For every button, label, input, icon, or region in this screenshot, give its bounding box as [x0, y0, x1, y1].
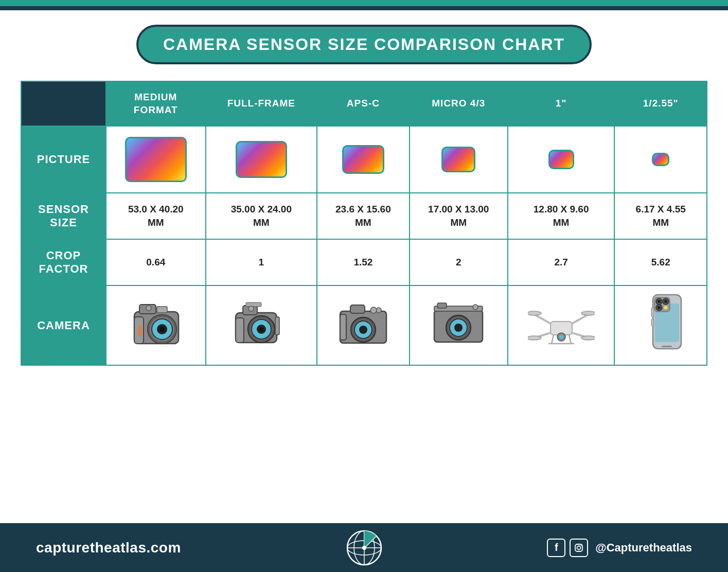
svg-rect-12 [236, 318, 244, 343]
sensor-full-img [236, 141, 287, 178]
camera-medium-cell [106, 285, 206, 365]
sensor-medium-img [125, 137, 187, 182]
main-content: MEDIUMFORMAT FULL-FRAME APS-C MICRO 4/3 … [0, 76, 728, 523]
svg-point-61 [658, 306, 661, 309]
svg-rect-21 [275, 317, 279, 335]
svg-line-51 [569, 335, 571, 344]
svg-point-75 [577, 546, 581, 549]
sensorsize-medium: 53.0 X 40.20MM [106, 193, 206, 239]
camera-small-icon-wrap [619, 290, 702, 361]
crop-small: 5.62 [614, 239, 707, 285]
svg-point-47 [581, 336, 595, 340]
svg-point-17 [259, 327, 263, 331]
drone-camera-icon [528, 300, 595, 351]
title-badge: CAMERA SENSOR SIZE COMPARISON CHART [136, 25, 592, 64]
sensor-size-row-label: SENSOR SIZE [21, 193, 106, 239]
svg-point-20 [248, 306, 254, 311]
sensorsize-apsc: 23.6 X 15.60MM [317, 193, 410, 239]
camera-one-icon-wrap [512, 290, 610, 361]
title-area: CAMERA SENSOR SIZE COMPARISON CHART [0, 10, 728, 76]
picture-micro43 [410, 126, 508, 193]
camera-row-label: CAMERA [21, 285, 106, 365]
footer: capturetheatlas.com f @Ca [0, 523, 728, 572]
camera-small-cell [614, 285, 707, 365]
top-dark-bar [0, 6, 728, 10]
svg-rect-64 [651, 308, 654, 317]
footer-social-area: f @Capturetheatlas [547, 539, 692, 557]
instagram-icon [570, 539, 588, 557]
svg-line-50 [552, 335, 554, 344]
svg-point-62 [664, 306, 668, 310]
svg-rect-10 [138, 326, 141, 336]
sensorsize-small: 6.17 X 4.55MM [614, 193, 707, 239]
col-header-small: 1/2.55" [614, 81, 707, 126]
micro43-camera-icon [430, 301, 487, 350]
full-frame-camera-icon [232, 297, 291, 354]
camera-medium-icon-wrap [111, 290, 201, 361]
apsc-camera-icon [335, 300, 392, 351]
svg-line-41 [572, 314, 589, 324]
svg-point-34 [454, 324, 463, 332]
svg-point-29 [370, 307, 377, 313]
camera-full-icon-wrap [210, 290, 313, 361]
facebook-icon: f [547, 539, 565, 557]
sensorsize-micro43: 17.00 X 13.00MM [410, 193, 508, 239]
camera-full-cell [206, 285, 317, 365]
crop-micro43: 2 [410, 239, 508, 285]
col-header-one: 1" [508, 81, 615, 126]
sensor-small-img [652, 153, 669, 166]
svg-rect-23 [350, 305, 365, 313]
svg-point-26 [359, 326, 367, 334]
picture-apsc [317, 126, 410, 193]
svg-line-40 [534, 314, 551, 324]
crop-medium: 0.64 [106, 239, 206, 285]
svg-rect-65 [651, 319, 654, 326]
svg-point-7 [159, 327, 165, 332]
picture-row: PICTURE [21, 126, 707, 193]
svg-point-76 [581, 545, 582, 546]
picture-small [614, 126, 707, 193]
chart-title: CAMERA SENSOR SIZE COMPARISON CHART [163, 35, 565, 53]
picture-one [508, 126, 615, 193]
comparison-table: MEDIUMFORMAT FULL-FRAME APS-C MICRO 4/3 … [21, 81, 707, 366]
svg-rect-30 [340, 314, 346, 340]
svg-point-57 [658, 300, 661, 303]
crop-factor-row: CROP FACTOR 0.64 1 1.52 2 2.7 5.62 [21, 239, 707, 285]
camera-one-cell [508, 285, 615, 365]
svg-rect-63 [662, 346, 672, 347]
picture-row-label: PICTURE [21, 126, 106, 193]
crop-factor-row-label: CROP FACTOR [21, 239, 106, 285]
picture-full [206, 126, 317, 193]
sensor-apsc-img [342, 145, 384, 174]
sensor-one-img [548, 150, 574, 169]
svg-point-44 [528, 311, 541, 315]
svg-point-49 [559, 335, 563, 339]
sensor-micro-img [441, 147, 475, 172]
footer-website: capturetheatlas.com [36, 540, 181, 556]
sensor-size-row: SENSOR SIZE 53.0 X 40.20MM 35.00 X 24.00… [21, 193, 707, 239]
crop-full: 1 [206, 239, 317, 285]
col-header-medium: MEDIUMFORMAT [106, 81, 206, 126]
sensorsize-full: 35.00 X 24.00MM [206, 193, 317, 239]
camera-row: CAMERA [21, 285, 707, 365]
svg-point-73 [362, 546, 366, 550]
sensorsize-one: 12.80 X 9.60MM [508, 193, 615, 239]
svg-point-59 [664, 300, 667, 303]
crop-apsc: 1.52 [317, 239, 410, 285]
camera-apsc-cell [317, 285, 410, 365]
svg-rect-19 [246, 302, 261, 307]
col-header-micro43: MICRO 4/3 [410, 81, 508, 126]
crop-one: 2.7 [508, 239, 615, 285]
footer-logo [346, 530, 382, 566]
empty-header [21, 81, 106, 126]
svg-rect-3 [157, 307, 167, 313]
top-teal-bar [0, 0, 728, 6]
svg-point-46 [528, 336, 541, 340]
svg-rect-37 [437, 303, 447, 308]
camera-micro43-icon-wrap [414, 290, 503, 361]
social-icons-wrap: f [547, 539, 588, 557]
camera-apsc-icon-wrap [322, 290, 405, 361]
picture-medium [106, 126, 206, 193]
svg-point-38 [473, 305, 478, 310]
medium-format-camera-icon [125, 297, 187, 354]
